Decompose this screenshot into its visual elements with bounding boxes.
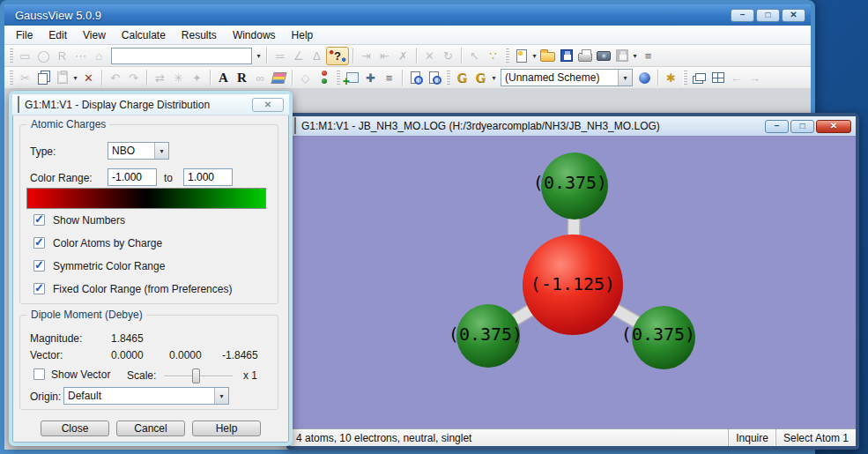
molwin-maximize-button[interactable]: □ [790,120,814,133]
dihedral-tool-icon[interactable]: ∆ [308,47,326,65]
close-dialog-button[interactable]: Close [41,421,109,436]
chain-fragment-icon[interactable]: ⋯ [71,47,90,65]
scheme-combobox[interactable]: (Unnamed Scheme) ▾ [501,69,633,86]
toolbar-grip[interactable] [9,71,13,86]
remove-valence-icon[interactable]: ⇤ [375,47,394,65]
layers-icon[interactable] [270,69,288,87]
color-range-max-input[interactable] [183,168,233,186]
origin-arrow-icon[interactable]: ▾ [214,388,228,404]
r-group-fragment-icon[interactable]: R [53,47,71,65]
clean-structure-icon[interactable]: ✳ [169,69,188,87]
tile-windows-icon[interactable] [708,69,727,87]
color-atoms-checkbox[interactable] [33,237,45,249]
show-vector-checkbox[interactable] [33,368,45,380]
main-titlebar[interactable]: GaussView 5.0.9 – □ ✕ [4,4,811,26]
recenter-icon[interactable]: ✚ [361,69,380,87]
maximize-button[interactable]: □ [756,9,780,22]
capture-image-icon[interactable] [594,47,612,65]
new-file-caret-icon[interactable]: ▾ [530,52,538,60]
print-file-icon[interactable] [575,47,594,65]
nav-back-icon[interactable]: ← [727,69,746,87]
charge-type-dropdown[interactable]: NBO ▾ [108,142,169,160]
charge-type-arrow-icon[interactable]: ▾ [154,143,168,159]
cascade-windows-icon[interactable] [690,69,708,87]
builder-combo-caret-icon[interactable]: ▾ [255,52,263,60]
molecule-viewport[interactable]: (0.375) (-1.125) (0.375) (0.375) [290,136,856,428]
save-all-caret-icon[interactable]: ▾ [631,52,639,60]
gaussian-calculate-icon[interactable]: G [453,69,471,87]
scale-slider-thumb[interactable] [192,368,200,383]
save-all-icon[interactable] [612,47,631,65]
menu-help[interactable]: Help [284,26,322,44]
log-viewer-icon[interactable] [406,69,425,87]
angle-tool-icon[interactable]: ∠ [289,47,308,65]
preferences-icon[interactable]: ✱ [662,69,680,87]
toolbar-grip[interactable] [446,71,450,86]
paste-icon[interactable] [53,69,71,87]
magnitude-value: 1.8465 [111,332,144,345]
symmetric-range-checkbox[interactable] [33,260,45,272]
menu-windows[interactable]: Windows [225,26,284,44]
symmetrize-icon[interactable]: ✦ [188,69,206,87]
scheme-edit-icon[interactable] [635,69,654,87]
bond-tool-icon[interactable]: ═ [271,47,289,65]
cancel-button[interactable]: Cancel [116,421,185,436]
add-formula-icon[interactable]: R [233,69,251,87]
item-list-icon[interactable]: ≡ [639,47,657,65]
toolbar-grip[interactable] [336,71,340,86]
measure-icon[interactable]: ◇ [296,69,315,87]
output-viewer-icon[interactable] [425,69,443,87]
delete-fragment-icon[interactable]: ✗ [394,47,412,65]
atom-selection-icon[interactable]: ∵ [484,47,502,65]
close-button[interactable]: ✕ [782,9,805,22]
menu-view[interactable]: View [75,26,114,44]
gaussian-quicklaunch-icon[interactable]: G [471,69,490,87]
scheme-combobox-arrow-icon[interactable]: ▾ [618,70,632,86]
build-fragment-icon[interactable]: ⌂ [90,47,108,65]
select-tool-icon[interactable]: ↖ [465,47,484,65]
rebond-icon[interactable]: ↻ [439,47,457,65]
molwin-minimize-button[interactable]: – [765,120,789,133]
quicklaunch-caret-icon[interactable]: ▾ [490,74,498,82]
toolbar-grip[interactable] [683,71,687,86]
toolbar-grip[interactable] [505,48,509,63]
new-file-icon[interactable] [512,47,530,65]
element-fragment-button[interactable]: ? [326,47,349,65]
menu-calculate[interactable]: Calculate [114,26,174,44]
molwin-close-button[interactable]: ✕ [816,120,851,133]
builder-search-input[interactable] [111,48,252,64]
save-file-icon[interactable] [557,47,575,65]
add-text-icon[interactable]: A [214,69,233,87]
toolbar-grip[interactable] [9,48,13,63]
cut-icon[interactable]: ✂ [16,69,34,87]
copy-icon[interactable] [34,69,53,87]
ring-fragment-icon[interactable]: ◯ [34,47,53,65]
sequence-list-icon[interactable]: ≡ [380,69,398,87]
dialog-close-button[interactable]: ✕ [252,98,284,112]
show-numbers-checkbox[interactable] [33,214,45,226]
paste-caret-icon[interactable]: ▾ [71,74,79,82]
nav-forward-icon[interactable]: → [746,69,764,87]
place-fragment-icon[interactable]: ▭ [16,47,34,65]
undo-icon[interactable]: ↶ [106,69,124,87]
fixed-range-checkbox[interactable] [33,283,45,294]
link-fragment-icon[interactable]: ∞ [251,69,270,87]
add-view-icon[interactable] [343,69,361,87]
minimize-button[interactable]: – [731,9,754,22]
redo-icon[interactable]: ↷ [124,69,143,87]
menu-file[interactable]: File [8,26,41,44]
atom-properties-icon[interactable] [315,69,333,87]
molecule-window-titlebar[interactable]: G1:M1:V1 - JB_NH3_MO.LOG (H:/3rdyearcomp… [290,116,856,136]
color-range-min-input[interactable] [108,168,157,186]
menu-results[interactable]: Results [174,26,225,44]
invert-selection-icon[interactable]: ✕ [420,47,439,65]
help-button[interactable]: Help [192,421,261,436]
open-file-icon[interactable] [538,47,557,65]
mirror-icon[interactable]: ⇄ [151,69,169,87]
add-valence-icon[interactable]: ⇥ [357,47,375,65]
vector-label: Vector: [30,349,63,361]
menu-edit[interactable]: Edit [41,26,75,44]
dialog-titlebar[interactable]: G1:M1:V1 - Display Charge Distribution ✕ [12,94,289,115]
delete-icon[interactable]: ✕ [79,69,98,87]
origin-dropdown[interactable]: Default ▾ [63,387,229,405]
